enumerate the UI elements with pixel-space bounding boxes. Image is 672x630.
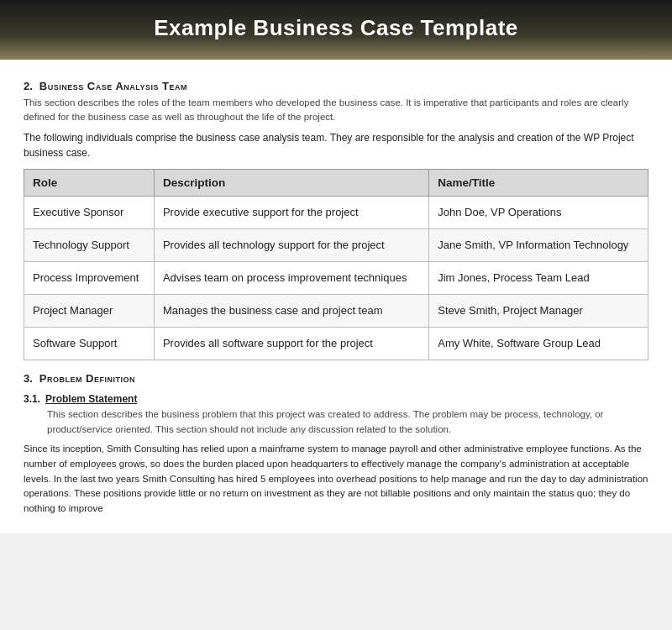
section2-title: Business Case Analysis Team: [39, 80, 187, 92]
cell-name: John Doe, VP Operations: [429, 196, 648, 228]
cell-description: Provide executive support for the projec…: [154, 196, 428, 228]
page-wrapper: Example Business Case Template 2. Busine…: [0, 0, 672, 533]
cell-role: Technology Support: [24, 228, 155, 261]
sub-section-31: 3.1. Problem Statement This section desc…: [24, 393, 648, 517]
cell-role: Project Manager: [24, 295, 155, 328]
section2-num: 2.: [24, 80, 33, 92]
sub31-heading: 3.1. Problem Statement: [24, 393, 648, 405]
table-header-row: Role Description Name/Title: [24, 169, 648, 196]
section2-intro: The following individuals comprise the b…: [24, 130, 648, 160]
header: Example Business Case Template: [0, 0, 672, 60]
cell-name: Steve Smith, Project Manager: [429, 295, 648, 328]
section3-heading: 3. Problem Definition: [24, 372, 648, 385]
cell-name: Jane Smith, VP Information Technology: [429, 228, 648, 261]
section2-desc: This section describes the roles of the …: [24, 96, 648, 125]
page-title: Example Business Case Template: [17, 15, 655, 41]
col-role: Role: [24, 169, 155, 196]
section3-num: 3.: [24, 372, 33, 385]
sub31-body1: Since its inception, Smith Consulting ha…: [24, 442, 648, 517]
content-area: 2. Business Case Analysis Team This sect…: [0, 60, 672, 533]
cell-description: Provides all software support for the pr…: [154, 328, 428, 360]
cell-description: Advises team on process improvement tech…: [154, 261, 428, 294]
col-name: Name/Title: [429, 169, 648, 196]
cell-name: Jim Jones, Process Team Lead: [429, 261, 648, 294]
table-row: Software SupportProvides all software su…: [24, 328, 648, 360]
cell-role: Executive Sponsor: [24, 196, 155, 228]
section2-heading: 2. Business Case Analysis Team: [24, 80, 648, 92]
col-description: Description: [154, 169, 428, 196]
table-row: Executive SponsorProvide executive suppo…: [24, 196, 648, 228]
cell-role: Software Support: [24, 328, 155, 360]
sub31-num: 3.1.: [24, 393, 40, 405]
cell-description: Manages the business case and project te…: [154, 295, 428, 328]
table-row: Process ImprovementAdvises team on proce…: [24, 261, 648, 294]
cell-description: Provides all technology support for the …: [154, 228, 428, 261]
cell-role: Process Improvement: [24, 261, 155, 294]
section3-title: Problem Definition: [39, 372, 135, 385]
sub31-title: Problem Statement: [45, 393, 137, 405]
table-row: Technology SupportProvides all technolog…: [24, 228, 648, 261]
sub31-desc: This section describes the business prob…: [47, 407, 648, 437]
cell-name: Amy White, Software Group Lead: [429, 328, 648, 360]
table-row: Project ManagerManages the business case…: [24, 295, 648, 328]
business-case-table: Role Description Name/Title Executive Sp…: [24, 169, 648, 361]
